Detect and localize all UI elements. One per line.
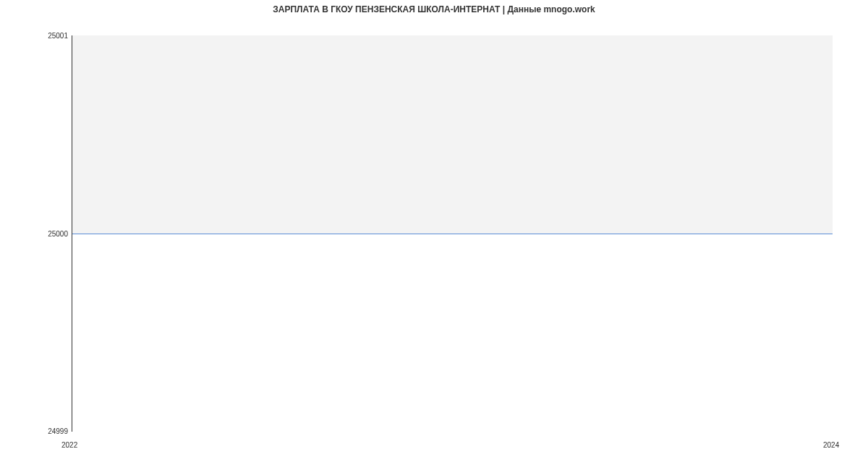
plot-background-upper xyxy=(72,35,833,234)
chart-container: ЗАРПЛАТА В ГКОУ ПЕНЗЕНСКАЯ ШКОЛА-ИНТЕРНА… xyxy=(0,0,868,470)
y-axis-tick-label: 25001 xyxy=(25,32,68,40)
plot-area xyxy=(72,35,833,432)
y-axis-tick-label: 24999 xyxy=(25,427,68,435)
data-line xyxy=(72,234,833,234)
y-axis-tick-label: 25000 xyxy=(25,230,68,238)
x-axis-tick-label: 2022 xyxy=(61,441,77,449)
plot-background-lower xyxy=(72,234,833,432)
chart-title: ЗАРПЛАТА В ГКОУ ПЕНЗЕНСКАЯ ШКОЛА-ИНТЕРНА… xyxy=(0,4,868,14)
x-axis-tick-label: 2024 xyxy=(823,441,839,449)
